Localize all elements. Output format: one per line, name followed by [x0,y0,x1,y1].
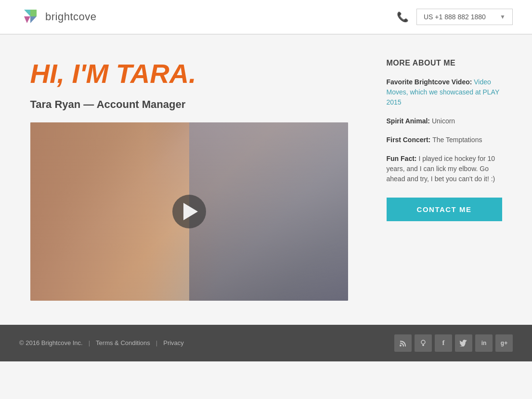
logo-area: brightcove [19,6,97,28]
header-right: 📞 US +1 888 882 1880 ▼ [397,9,513,25]
play-button[interactable] [172,195,206,228]
svg-marker-2 [24,16,30,23]
svg-rect-7 [423,346,424,346]
linkedin-icon[interactable]: in [475,334,493,352]
video-player[interactable] [30,122,348,301]
fact-value-2: The Temptations [432,136,482,144]
social-icons-container: f in g+ [394,334,513,352]
video-bg-right [189,122,348,301]
fact-label-0: Favorite Brightcove Video: [387,78,474,86]
facebook-icon[interactable]: f [435,334,452,352]
main-content: HI, I'M TARA. Tara Ryan — Account Manage… [11,35,521,325]
person-title: Tara Ryan — Account Manager [30,98,358,111]
footer-sep-2: | [156,339,157,346]
phone-number: US +1 888 882 1880 [424,13,486,21]
terms-link[interactable]: Terms & Conditions [96,339,150,346]
play-icon [183,203,198,220]
phone-dropdown[interactable]: US +1 888 882 1880 ▼ [416,9,513,25]
copyright-text: © 2016 Brightcove Inc. [19,339,83,346]
site-header: brightcove 📞 US +1 888 882 1880 ▼ [0,0,532,34]
footer-sep-1: | [89,339,90,346]
google-plus-icon[interactable]: g+ [495,334,513,352]
fact-value-1: Unicorn [432,117,455,125]
footer-left: © 2016 Brightcove Inc. | Terms & Conditi… [19,339,184,346]
svg-marker-3 [30,16,37,23]
twitter-icon[interactable] [455,334,472,352]
fact-first-concert: First Concert: The Temptations [387,135,502,145]
svg-marker-1 [30,10,37,16]
more-about-title: MORE ABOUT ME [387,59,502,67]
lightbulb-icon[interactable] [415,334,432,352]
phone-icon: 📞 [397,11,409,23]
fact-spirit-animal: Spirit Animal: Unicorn [387,116,502,126]
svg-marker-0 [24,10,30,16]
svg-rect-6 [422,345,424,346]
logo-text: brightcove [45,11,97,23]
chevron-down-icon: ▼ [500,13,506,20]
left-column: HI, I'M TARA. Tara Ryan — Account Manage… [30,59,358,301]
rss-icon[interactable] [394,334,412,352]
svg-point-5 [421,340,425,344]
brightcove-logo-icon [19,6,41,28]
contact-me-button[interactable]: CONTACT ME [387,198,502,221]
right-column: MORE ABOUT ME Favorite Brightcove Video:… [387,59,502,221]
fact-label-2: First Concert: [387,136,433,144]
fact-label-3: Fun Fact: [387,155,419,162]
greeting-heading: HI, I'M TARA. [30,59,358,89]
svg-point-4 [400,345,402,346]
privacy-link[interactable]: Privacy [163,339,184,346]
fact-favorite-video: Favorite Brightcove Video: Video Moves, … [387,77,502,107]
fact-fun-fact: Fun Fact: I played ice hockey for 10 yea… [387,154,502,184]
site-footer: © 2016 Brightcove Inc. | Terms & Conditi… [0,325,532,361]
fact-label-1: Spirit Animal: [387,117,432,125]
